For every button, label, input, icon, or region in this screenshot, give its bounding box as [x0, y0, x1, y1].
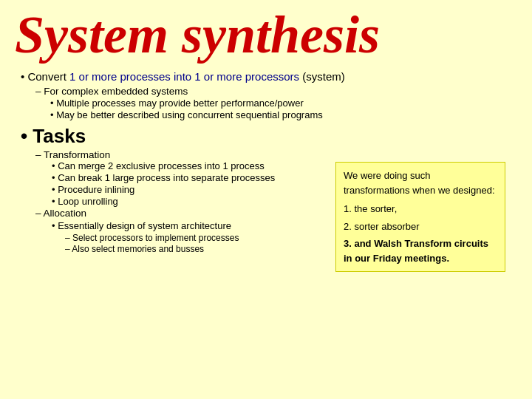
tasks-section: Tasks – Transformation Can merge 2 exclu…: [15, 125, 517, 254]
allocation-dash-1: Select processors to implement processes: [65, 233, 325, 243]
yellow-box-item-3: 3. and Walsh Transform circuits in our F…: [344, 236, 497, 265]
yellow-box-intro: We were doing such transformations when …: [344, 168, 497, 197]
sub-sub-concurrent: May be better described using concurrent…: [50, 109, 517, 120]
sub-sub-performance: Multiple processes may provide better pe…: [50, 98, 517, 109]
transformation-label: – Transformation: [35, 149, 325, 160]
tasks-content: Tasks – Transformation Can merge 2 exclu…: [15, 125, 325, 254]
yellow-box-item-1: 1. the sorter,: [344, 202, 497, 216]
allocation-dash-2: Also select memories and busses: [65, 244, 325, 254]
yellow-box: We were doing such transformations when …: [335, 162, 505, 272]
main-bullet: • Convert 1 or more processes into 1 or …: [21, 70, 517, 83]
allocation-label: Allocation: [35, 208, 325, 219]
colored-text: 1 or more processes into 1 or more proce…: [69, 70, 299, 83]
sub-item-complex: For complex embedded systems: [35, 86, 517, 97]
transformation-item-4: Loop unrolling: [52, 196, 325, 207]
transformation-item-1: Can merge 2 exclusive processes into 1 p…: [52, 160, 325, 171]
yellow-box-item-2: 2. sorter absorber: [344, 219, 497, 234]
tasks-header: Tasks: [21, 125, 325, 148]
content: • Convert 1 or more processes into 1 or …: [0, 67, 532, 254]
title: System synthesis: [0, 0, 532, 67]
transformation-item-3: Procedure inlining: [52, 184, 325, 195]
transformation-item-2: Can break 1 large process into separate …: [52, 172, 325, 183]
allocation-dot: Essentially design of system architectur…: [52, 220, 325, 231]
